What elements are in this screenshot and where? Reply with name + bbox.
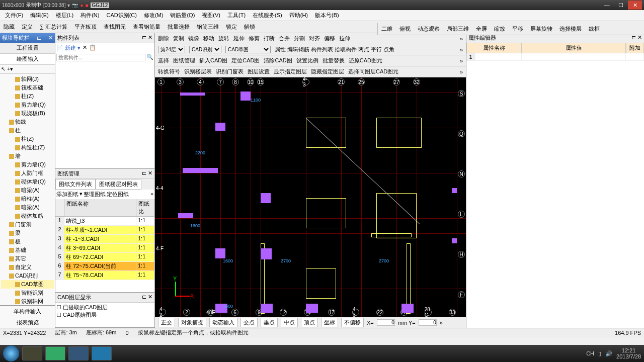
tree-item[interactable]: CAD识别 <box>1 272 54 280</box>
cad-tool-button[interactable]: 图层设置 <box>248 68 270 75</box>
complist-del-icon[interactable]: ✕ <box>83 44 87 52</box>
maximize-button[interactable]: ☐ <box>614 1 628 10</box>
tree-item[interactable]: 人防门框 <box>1 169 54 177</box>
cad-tool-button[interactable]: 镜像 <box>188 35 199 42</box>
taskbar-app-3[interactable] <box>68 346 89 360</box>
cad-tool-button[interactable]: 删除 <box>158 35 169 42</box>
menu-item[interactable]: 版本号(B) <box>312 11 342 20</box>
tree-item[interactable]: 现浇板(B) <box>1 109 54 118</box>
cad-tool-button[interactable]: 插入CAD图 <box>199 57 227 64</box>
tree-item[interactable]: 暗梁(A) <box>1 186 54 195</box>
tree-item[interactable]: 其它 <box>1 254 54 263</box>
dwg-row[interactable]: 3柱 -1~3.CADI1:1 <box>55 235 154 244</box>
toolbar-button[interactable]: 屏幕旋转 <box>529 25 554 33</box>
rec-dot-icon[interactable]: ● <box>80 3 83 8</box>
dwg-row[interactable]: 4柱 3~69.CADI1:1 <box>55 244 154 253</box>
cad-tool-button[interactable]: 平行 <box>371 46 382 52</box>
toolbar-button[interactable]: 线框 <box>587 25 601 33</box>
menu-item[interactable]: 帮助(H) <box>286 11 311 20</box>
more-icon[interactable]: » <box>460 36 463 42</box>
tree-item[interactable]: 剪力墙(Q) <box>1 101 54 109</box>
tree-item[interactable]: 基础 <box>1 246 54 254</box>
add-dwg-button[interactable]: 添加图纸 <box>56 191 78 198</box>
cad-mode-select[interactable]: CAD识别 <box>189 46 221 53</box>
toolbar-button[interactable]: 平移 <box>511 25 525 33</box>
toolbar-button[interactable]: 全屏 <box>474 25 489 33</box>
dwgmgr-pin-icon[interactable]: ⊏ ✕ <box>142 170 152 177</box>
coord-y-input[interactable] <box>419 319 437 326</box>
ctb-more-icon[interactable]: » <box>460 47 463 53</box>
snap-toggle[interactable]: 正交 <box>158 318 175 327</box>
tree-item[interactable]: 暗柱(A) <box>1 195 54 203</box>
tree-item[interactable]: 轴线 <box>1 118 54 126</box>
dwg-row[interactable]: 1结说_t31:1 <box>55 217 154 226</box>
nav-pin-icon[interactable]: ⊏ <box>37 35 41 41</box>
taskbar-app-1[interactable] <box>22 346 42 360</box>
tree-item[interactable]: 门窗洞 <box>1 220 54 229</box>
cad-tool-button[interactable]: 移动 <box>203 35 214 42</box>
toolbar-button[interactable]: 平齐板顶 <box>73 23 98 31</box>
menu-item[interactable]: 楼层(L) <box>53 11 76 20</box>
system-tray[interactable]: CH ▯ 🔊 12:21 2013/7/28 <box>586 347 641 359</box>
cad-tool-button[interactable]: 图纸管理 <box>173 57 195 64</box>
report-preview-button[interactable]: 报表预览 <box>0 317 55 328</box>
props-pin-icon[interactable]: ⊏ ✕ <box>631 34 642 42</box>
snap-toggle[interactable]: 交点 <box>240 318 258 327</box>
cad-tool-button[interactable]: 清除CAD图 <box>264 57 292 64</box>
menu-item[interactable]: 构件(N) <box>77 11 102 20</box>
cad-tool-button[interactable]: 拉伸 <box>339 35 350 42</box>
menu-item[interactable]: 文件(F) <box>2 11 26 20</box>
tree-item[interactable]: CAD草图 <box>1 280 54 289</box>
toolbar-button[interactable]: ∑ 汇总计算 <box>38 23 69 31</box>
snap-toggle[interactable]: 对象捕捉 <box>178 318 206 327</box>
plus-icon[interactable]: +▾ <box>7 66 13 72</box>
cadlayer-pin-icon[interactable]: ⊏ ✕ <box>142 294 152 301</box>
toolbar-button[interactable]: 动态观察 <box>416 25 441 33</box>
taskbar-app-2[interactable] <box>45 346 65 360</box>
snap-toggle[interactable]: 坐标 <box>321 318 338 327</box>
pointer-icon[interactable]: ↖ <box>1 66 6 72</box>
taskbar-app-4[interactable] <box>92 346 112 360</box>
cad-tool-button[interactable]: 拾取构件 <box>335 46 357 52</box>
cad-tool-button[interactable]: 属性 <box>275 46 286 52</box>
tree-item[interactable]: 暗梁(A) <box>1 203 54 212</box>
tab-dwg-floors[interactable]: 图纸楼层对照表 <box>96 179 141 190</box>
complist-copy-icon[interactable]: 📋 <box>89 44 96 52</box>
tree-item[interactable]: 柱(Z) <box>1 135 54 143</box>
cad-tool-button[interactable]: 选择同图层CAD图元 <box>348 68 398 75</box>
cad-tool-button[interactable]: 对齐 <box>309 35 320 42</box>
tab-project-settings[interactable]: 工程设置 <box>0 43 55 54</box>
toolbar-button[interactable]: 隐藏 <box>2 23 16 31</box>
tree-item[interactable]: 构造柱(Z) <box>1 143 54 152</box>
tree-item[interactable]: 梁 <box>1 229 54 237</box>
tree-item[interactable]: 识别轴网 <box>1 297 54 305</box>
dwg-more-icon[interactable]: » <box>150 191 153 198</box>
tree-item[interactable]: 砌体墙(Q) <box>1 177 54 186</box>
cad-tool-button[interactable]: 修剪 <box>249 35 260 42</box>
more-icon[interactable]: » <box>460 69 463 75</box>
tree-item[interactable]: 智能识别 <box>1 289 54 297</box>
menu-item[interactable]: 工具(T) <box>224 11 249 20</box>
tray-vol-icon[interactable]: 🔊 <box>605 350 612 357</box>
more-icon[interactable]: » <box>460 58 463 64</box>
toolbar-button[interactable]: 钢筋三维 <box>195 23 220 31</box>
cad-tool-button[interactable]: 分割 <box>294 35 305 42</box>
snap-toggle[interactable]: 顶点 <box>301 318 318 327</box>
toolbar-button[interactable]: 选择楼层 <box>558 25 583 33</box>
layer-extracted[interactable]: ☐ 已提取的CAD图层 <box>56 304 153 311</box>
menu-item[interactable]: 编辑(E) <box>27 11 52 20</box>
cad-tool-button[interactable]: 定位CAD图 <box>231 57 260 64</box>
dwg-row[interactable]: 6柱 72~75.CADI(当前1:1 <box>55 262 154 271</box>
cad-tool-button[interactable]: 延伸 <box>233 35 245 42</box>
tree-item[interactable]: 剪力墙(Q) <box>1 160 54 169</box>
viewport[interactable]: 1347810154-3212527324-2248E691216174-322… <box>155 77 466 317</box>
toolbar-button[interactable]: 定义 <box>20 23 34 31</box>
complist-pin-icon[interactable]: ⊏ ✕ <box>142 34 152 42</box>
toolbar-button[interactable]: 缩放 <box>493 25 507 33</box>
ime-indicator[interactable]: CH <box>586 350 594 356</box>
tray-flag-icon[interactable]: ▯ <box>598 350 601 357</box>
menu-item[interactable]: 视图(V) <box>199 11 223 20</box>
menu-item[interactable]: CAD识别(C) <box>103 11 140 20</box>
snap-toggle[interactable]: 动态输入 <box>209 318 237 327</box>
tree-item[interactable]: 墙 <box>1 152 54 160</box>
